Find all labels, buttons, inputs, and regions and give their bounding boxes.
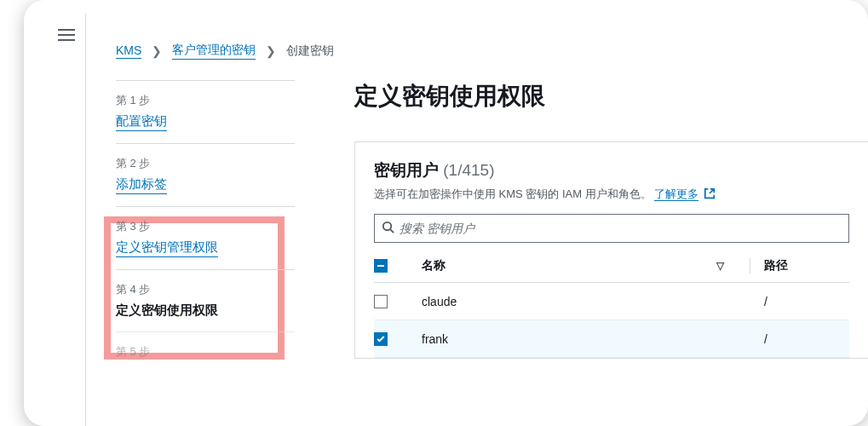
chevron-right-icon: ❯ xyxy=(152,44,162,58)
step-title-usage-perms: 定义密钥使用权限 xyxy=(116,302,218,320)
step-title-tags[interactable]: 添加标签 xyxy=(116,176,167,194)
breadcrumb-current: 创建密钥 xyxy=(286,43,334,59)
table-row[interactable]: claude / xyxy=(374,283,849,320)
spacer xyxy=(750,331,750,347)
step-4[interactable]: 第 4 步 定义密钥使用权限 xyxy=(116,269,295,331)
step-5[interactable]: 第 5 步 xyxy=(116,331,295,377)
table-row[interactable]: frank / xyxy=(374,320,849,358)
panel-title-text: 密钥用户 xyxy=(374,161,439,179)
page-title: 定义密钥使用权限 xyxy=(354,80,868,112)
search-input[interactable] xyxy=(400,222,842,235)
step-title-configure[interactable]: 配置密钥 xyxy=(116,113,167,131)
users-table: 名称 ▽ 路径 xyxy=(374,258,849,358)
external-link-icon xyxy=(704,187,716,202)
wizard-steps: 第 1 步 配置密钥 第 2 步 添加标签 第 3 步 定义密钥管理权限 第 4… xyxy=(116,80,295,377)
key-users-panel: 密钥用户 (1/415) 选择可在加密操作中使用 KMS 密钥的 IAM 用户和… xyxy=(354,141,868,359)
svg-point-0 xyxy=(383,222,391,229)
sort-icon[interactable]: ▽ xyxy=(716,260,724,272)
column-path[interactable]: 路径 xyxy=(764,258,788,272)
row-path: / xyxy=(764,332,849,346)
row-checkbox[interactable] xyxy=(374,332,388,346)
breadcrumb: KMS ❯ 客户管理的密钥 ❯ 创建密钥 xyxy=(116,43,868,60)
row-checkbox[interactable] xyxy=(374,295,388,308)
table-header: 名称 ▽ 路径 xyxy=(374,258,849,283)
step-label: 第 4 步 xyxy=(116,282,295,297)
hamburger-menu-icon[interactable] xyxy=(58,26,78,46)
breadcrumb-customer-keys[interactable]: 客户管理的密钥 xyxy=(172,43,256,60)
search-icon xyxy=(382,221,394,237)
panel-title: 密钥用户 (1/415) xyxy=(374,159,849,181)
row-path: / xyxy=(764,295,849,308)
search-field[interactable] xyxy=(374,214,849,243)
breadcrumb-kms[interactable]: KMS xyxy=(116,43,141,59)
step-label: 第 1 步 xyxy=(116,93,295,108)
spacer xyxy=(750,294,750,309)
column-divider xyxy=(750,258,750,273)
step-label: 第 3 步 xyxy=(116,219,295,234)
step-2[interactable]: 第 2 步 添加标签 xyxy=(116,143,295,206)
step-title-admin-perms[interactable]: 定义密钥管理权限 xyxy=(116,239,218,257)
learn-more-link[interactable]: 了解更多 xyxy=(654,187,698,201)
chevron-right-icon: ❯ xyxy=(266,44,276,58)
step-label: 第 5 步 xyxy=(116,344,295,360)
panel-description-text: 选择可在加密操作中使用 KMS 密钥的 IAM 用户和角色。 xyxy=(374,187,652,200)
step-label: 第 2 步 xyxy=(116,156,295,171)
panel-description: 选择可在加密操作中使用 KMS 密钥的 IAM 用户和角色。 了解更多 xyxy=(374,187,849,202)
select-all-checkbox[interactable] xyxy=(374,259,388,273)
panel-count: (1/415) xyxy=(443,161,494,179)
step-3[interactable]: 第 3 步 定义密钥管理权限 xyxy=(116,206,295,269)
column-name[interactable]: 名称 xyxy=(422,258,445,273)
row-name: claude xyxy=(422,295,736,308)
row-name: frank xyxy=(422,332,736,346)
svg-line-1 xyxy=(390,229,394,233)
divider xyxy=(85,14,86,426)
step-1[interactable]: 第 1 步 配置密钥 xyxy=(116,80,295,143)
